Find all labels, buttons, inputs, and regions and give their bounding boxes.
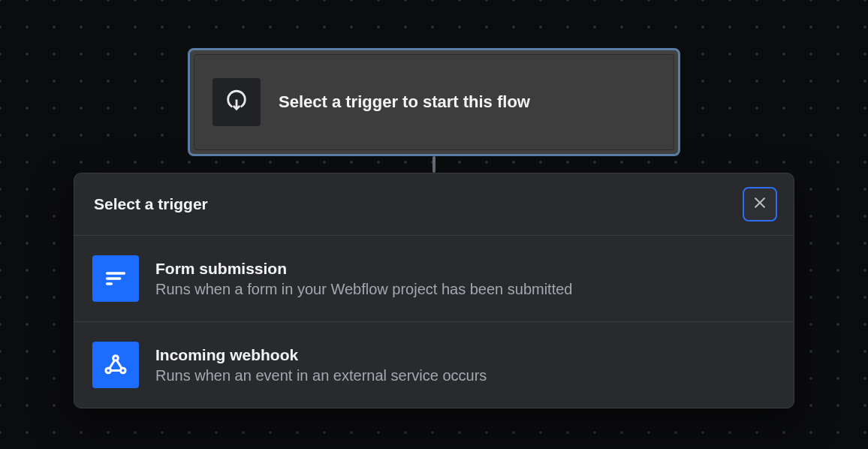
lightning-down-icon [224,88,249,116]
svg-point-0 [113,356,119,361]
trigger-picker-title: Select a trigger [94,195,208,213]
trigger-node-label: Select a trigger to start this flow [279,92,530,112]
trigger-option-description: Runs when an event in an external servic… [155,367,487,384]
trigger-option-form-submission[interactable]: Form submission Runs when a form in your… [74,236,794,322]
trigger-picker-header: Select a trigger [74,173,794,236]
close-button[interactable] [743,187,777,221]
trigger-node[interactable]: Select a trigger to start this flow [188,48,680,156]
trigger-option-text: Incoming webhook Runs when an event in a… [155,346,487,384]
trigger-node-inner: Select a trigger to start this flow [194,54,674,150]
trigger-picker-panel: Select a trigger Form submiss [74,173,794,408]
flow-canvas[interactable]: Select a trigger to start this flow Sele… [0,0,868,449]
svg-point-2 [120,368,125,373]
close-icon [752,195,767,213]
trigger-option-title: Incoming webhook [155,346,487,364]
trigger-option-incoming-webhook[interactable]: Incoming webhook Runs when an event in a… [74,322,794,408]
trigger-option-text: Form submission Runs when a form in your… [155,260,572,298]
trigger-option-description: Runs when a form in your Webflow project… [155,281,572,298]
trigger-option-title: Form submission [155,260,572,278]
form-icon [92,255,139,302]
svg-point-1 [106,368,111,373]
webhook-icon [92,342,139,388]
trigger-placeholder-icon-box [212,78,261,126]
flow-connector [432,156,436,173]
